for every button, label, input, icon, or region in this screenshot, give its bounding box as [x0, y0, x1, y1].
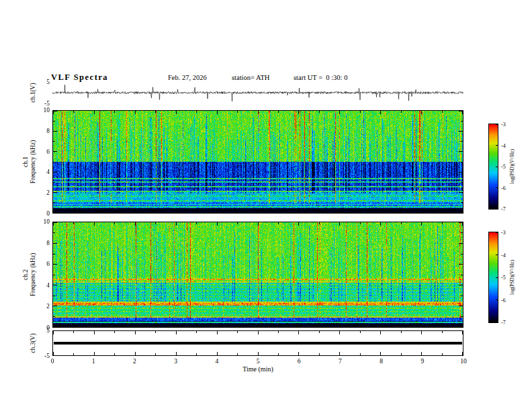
ch2-spec-ytick-2: 2 [34, 303, 50, 310]
vlf-spectra-figure: VLF Spectra Feb. 27, 2026 station= ATH s… [0, 0, 532, 411]
cbar2-tick--5: -5 [501, 275, 506, 281]
ch1-spec-ytick-0: 0 [34, 210, 50, 217]
ch1-spectrogram-panel [52, 110, 463, 214]
colorbar-1 [488, 124, 498, 210]
cbar1-tick--3: -3 [501, 122, 506, 128]
ch2-axis-label-line1: ch.2 [22, 253, 30, 297]
cbar2-tick--6: -6 [501, 298, 506, 304]
cbar2-tick--7: -7 [501, 320, 506, 326]
time-xtick-9: 9 [414, 358, 431, 365]
ch1-spectrogram-canvas [53, 111, 463, 213]
ch1-axis-label-line2: Frequency (kHz) [30, 140, 37, 184]
ch1-frequency-axis-label: ch.1 Frequency (kHz) [22, 140, 37, 184]
ch2-spec-ytick-6: 6 [34, 261, 50, 267]
cbar2-tick--3: -3 [501, 230, 506, 236]
ch1-waveform-canvas [52, 82, 463, 103]
time-xtick-2: 2 [126, 358, 142, 365]
ch1-wave-ytick--5: -5 [34, 100, 50, 107]
header-start-ut: start UT = 0 :30: 0 [294, 74, 347, 81]
colorbar-1-canvas [489, 124, 498, 209]
ch1-spec-ytick-2: 2 [34, 189, 50, 196]
time-xtick-1: 1 [85, 358, 101, 365]
cbar1-tick--7: -7 [501, 206, 506, 212]
ch2-axis-label-line2: Frequency (kHz) [30, 253, 37, 297]
ch1-spec-ytick-6: 6 [34, 148, 50, 155]
ch2-spec-ytick-8: 8 [34, 240, 50, 246]
cbar1-tick--5: -5 [501, 164, 506, 170]
cbar2-tick--4: -4 [501, 253, 506, 259]
time-xtick-6: 6 [291, 358, 307, 365]
ch3-wave-ytick-5: 5 [34, 327, 50, 334]
header-station: station= ATH [232, 74, 269, 81]
ch3-voltage-axis-label: ch.3(V) [30, 333, 37, 353]
ch2-frequency-axis-label: ch.2 Frequency (kHz) [22, 253, 37, 297]
time-xtick-10: 10 [455, 358, 472, 365]
ch2-spectrogram-canvas [53, 222, 463, 327]
ch3-waveform-canvas [53, 331, 463, 355]
colorbar-2-canvas [489, 232, 498, 322]
time-xtick-3: 3 [168, 358, 184, 365]
ch1-wave-ytick-5: 5 [34, 79, 50, 85]
ch2-spectrogram-panel [52, 222, 463, 328]
ch1-axis-label-line1: ch.1 [22, 140, 30, 184]
cbar1-tick--4: -4 [501, 143, 506, 149]
ch1-waveform-panel [52, 82, 463, 103]
time-axis-label: Time (min) [231, 365, 285, 373]
colorbar-2-label: log(PSD)(V²/Hz) [509, 260, 515, 295]
time-xtick-7: 7 [332, 358, 348, 365]
ch1-spec-ytick-4: 4 [34, 169, 50, 175]
ch2-spec-ytick-4: 4 [34, 282, 50, 289]
ch1-spec-ytick-8: 8 [34, 128, 50, 134]
ch2-spec-ytick-10: 10 [34, 218, 50, 225]
ch3-waveform-panel [52, 330, 463, 356]
colorbar-2 [488, 232, 498, 323]
page-title: VLF Spectra [51, 73, 108, 83]
time-xtick-4: 4 [209, 358, 225, 365]
ch1-spec-ytick-10: 10 [34, 107, 50, 113]
header-date: Feb. 27, 2026 [168, 74, 207, 81]
cbar1-tick--6: -6 [501, 185, 506, 191]
time-xtick-8: 8 [373, 358, 390, 365]
time-xtick-0: 0 [44, 358, 60, 365]
time-xtick-5: 5 [250, 358, 266, 365]
colorbar-1-label: log(PSD)(V²/Hz) [509, 149, 515, 184]
